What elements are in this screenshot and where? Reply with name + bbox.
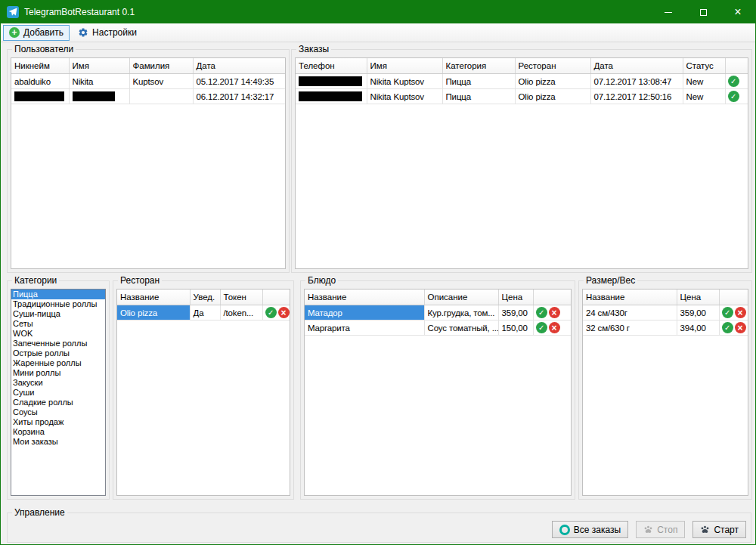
phone-cell[interactable]	[296, 89, 367, 104]
date-cell[interactable]: 07.12.2017 13:08:47	[590, 74, 683, 89]
users-col-nickname[interactable]: Никнейм	[11, 58, 69, 74]
restaurant-grid[interactable]: Название Увед. Токен Olio pizza Да /toke…	[116, 289, 290, 496]
category-list-item[interactable]: Соусы	[11, 407, 105, 417]
size-table-row[interactable]: 24 см/430г 359,00	[583, 305, 748, 320]
dish-col-name[interactable]: Название	[305, 290, 424, 305]
delete-icon[interactable]	[735, 322, 746, 333]
category-list-item[interactable]: Сладкие роллы	[11, 398, 105, 407]
edit-icon[interactable]	[722, 322, 733, 333]
maximize-button[interactable]	[686, 1, 720, 23]
nickname-cell[interactable]: abalduiko	[11, 74, 69, 89]
price-cell[interactable]: 359,00	[677, 305, 719, 320]
category-list-item[interactable]: Жаренные роллы	[11, 358, 105, 368]
users-table-row[interactable]: 06.12.2017 14:32:17	[11, 89, 285, 104]
orders-col-restaurant[interactable]: Ресторан	[515, 58, 590, 74]
size-grid[interactable]: Название Цена 24 см/430г 359,00 32 см/63…	[582, 289, 748, 496]
price-cell[interactable]: 150,00	[498, 320, 533, 336]
edit-icon[interactable]	[536, 322, 547, 333]
delete-icon[interactable]	[549, 307, 560, 318]
category-cell[interactable]: Пицца	[442, 89, 515, 104]
surname-cell[interactable]: Kuptsov	[129, 74, 193, 89]
restaurant-cell[interactable]: Olio pizza	[515, 74, 590, 89]
size-col-name[interactable]: Название	[583, 290, 677, 305]
all-orders-button[interactable]: Все заказы	[552, 521, 628, 538]
edit-icon[interactable]	[265, 307, 277, 318]
name-cell[interactable]: Olio pizza	[117, 305, 190, 320]
category-list-item[interactable]: Традиционные роллы	[11, 299, 105, 309]
date-cell[interactable]: 06.12.2017 14:32:17	[193, 89, 285, 104]
users-grid[interactable]: Никнейм Имя Фамилия Дата abalduiko Nikit…	[11, 57, 286, 269]
name-cell[interactable]: 32 см/630 г	[583, 320, 677, 336]
name-cell[interactable]: Матадор	[305, 305, 424, 320]
category-list-item[interactable]: Хиты продаж	[11, 417, 105, 427]
edit-icon[interactable]	[536, 307, 547, 318]
restaurant-table-row[interactable]: Olio pizza Да /token...	[117, 305, 290, 320]
orders-col-phone[interactable]: Телефон	[296, 58, 367, 74]
category-list-item[interactable]: Пицца	[11, 290, 105, 299]
users-col-surname[interactable]: Фамилия	[129, 58, 193, 74]
description-cell[interactable]: Кур.грудка, том...	[424, 305, 498, 320]
titlebar[interactable]: TelegramBotRestaurant 0.1	[1, 1, 755, 23]
minimize-button[interactable]	[651, 1, 686, 23]
name-cell[interactable]: Маргарита	[305, 320, 424, 336]
dish-grid[interactable]: Название Описание Цена Матадор Кур.грудк…	[304, 289, 572, 496]
orders-table-row[interactable]: Nikita Kuptsov Пицца Olio pizza 07.12.20…	[296, 89, 748, 104]
dish-table-row[interactable]: Маргарита Соус томатный, ... 150,00	[305, 320, 571, 336]
description-cell[interactable]: Соус томатный, ...	[424, 320, 498, 336]
date-cell[interactable]: 05.12.2017 14:49:35	[193, 74, 285, 89]
date-cell[interactable]: 07.12.2017 12:50:16	[590, 89, 683, 104]
phone-cell[interactable]	[296, 74, 367, 89]
dish-table-row[interactable]: Матадор Кур.грудка, том... 359,00	[305, 305, 571, 320]
name-cell[interactable]: Nikita Kuptsov	[367, 74, 442, 89]
settings-button[interactable]: Настройки	[72, 25, 143, 41]
size-col-price[interactable]: Цена	[677, 290, 719, 305]
category-list-item[interactable]: Мини роллы	[11, 368, 105, 378]
orders-grid[interactable]: Телефон Имя Категория Ресторан Дата Стат…	[295, 57, 748, 269]
status-cell[interactable]: New	[683, 89, 725, 104]
orders-table-row[interactable]: Nikita Kuptsov Пицца Olio pizza 07.12.20…	[296, 74, 748, 89]
users-col-name[interactable]: Имя	[69, 58, 129, 74]
close-button[interactable]	[720, 1, 755, 23]
category-list-item[interactable]: Мои заказы	[11, 437, 105, 447]
category-cell[interactable]: Пицца	[442, 74, 515, 89]
edit-icon[interactable]	[722, 307, 733, 318]
token-cell[interactable]: /token...	[220, 305, 262, 320]
name-cell[interactable]: 24 см/430г	[583, 305, 677, 320]
dish-col-description[interactable]: Описание	[424, 290, 498, 305]
orders-col-name[interactable]: Имя	[367, 58, 442, 74]
add-button[interactable]: Добавить	[3, 25, 70, 41]
category-list-item[interactable]: Острые роллы	[11, 348, 105, 358]
categories-list[interactable]: Пицца Традиционные роллы Суши-пицца Сеты…	[11, 289, 106, 496]
category-list-item[interactable]: Запеченные роллы	[11, 339, 105, 348]
surname-cell[interactable]	[129, 89, 193, 104]
confirm-order-icon[interactable]	[728, 91, 739, 102]
nickname-cell[interactable]	[11, 89, 69, 104]
category-list-item[interactable]: Сеты	[11, 319, 105, 329]
category-list-item[interactable]: WOK	[11, 329, 105, 339]
restaurant-col-notify[interactable]: Увед.	[190, 290, 220, 305]
name-cell[interactable]: Nikita	[69, 74, 129, 89]
category-list-item[interactable]: Корзина	[11, 427, 105, 437]
status-cell[interactable]: New	[683, 74, 725, 89]
price-cell[interactable]: 359,00	[498, 305, 533, 320]
category-list-item[interactable]: Суши	[11, 388, 105, 398]
orders-col-date[interactable]: Дата	[590, 58, 683, 74]
size-table-row[interactable]: 32 см/630 г 394,00	[583, 320, 748, 336]
restaurant-cell[interactable]: Olio pizza	[515, 89, 590, 104]
confirm-order-icon[interactable]	[728, 76, 739, 87]
price-cell[interactable]: 394,00	[677, 320, 719, 336]
users-col-date[interactable]: Дата	[193, 58, 285, 74]
category-list-item[interactable]: Суши-пицца	[11, 309, 105, 319]
delete-icon[interactable]	[278, 307, 290, 318]
restaurant-col-token[interactable]: Токен	[220, 290, 262, 305]
delete-icon[interactable]	[549, 322, 560, 333]
orders-col-category[interactable]: Категория	[442, 58, 515, 74]
name-cell[interactable]: Nikita Kuptsov	[367, 89, 442, 104]
restaurant-col-name[interactable]: Название	[117, 290, 190, 305]
name-cell[interactable]	[69, 89, 129, 104]
orders-col-status[interactable]: Статус	[683, 58, 725, 74]
notify-cell[interactable]: Да	[190, 305, 220, 320]
category-list-item[interactable]: Закуски	[11, 378, 105, 388]
delete-icon[interactable]	[735, 307, 746, 318]
users-table-row[interactable]: abalduiko Nikita Kuptsov 05.12.2017 14:4…	[11, 74, 285, 89]
